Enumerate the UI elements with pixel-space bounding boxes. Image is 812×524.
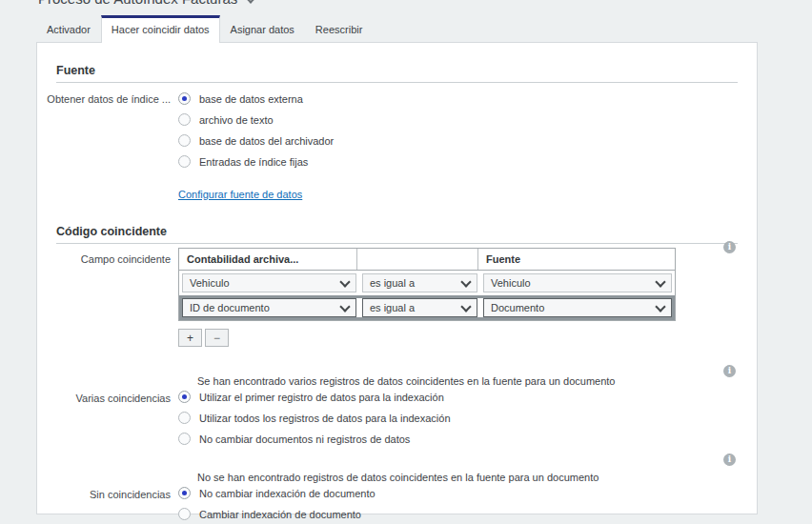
multiple-matches-intro: Se han encontrado varios registros de da… (197, 375, 615, 387)
radio-icon (178, 433, 191, 445)
column-header-archive: Contabilidad archiva... (179, 249, 356, 270)
select-value: es igual a (370, 302, 415, 313)
info-icon[interactable]: i (723, 453, 736, 466)
radio-option-primer-registro[interactable]: Utilizar el primer registro de datos par… (178, 391, 615, 403)
section-heading-fuente: Fuente (56, 64, 738, 83)
chevron-down-icon (655, 276, 665, 287)
radio-option-label: base de datos externa (199, 93, 303, 105)
section-heading-codigo-coincidente: Código coincidente (56, 225, 738, 244)
multiple-matches-radio-group: Utilizar el primer registro de datos par… (178, 391, 615, 445)
multiple-matches-block: Varias coincidencias Se han encontrado v… (47, 375, 757, 445)
radio-option-no-cambiar-documentos[interactable]: No cambiar documentos ni registros de da… (178, 433, 615, 445)
table-row[interactable]: Vehiculo es igual a Vehiculo (179, 271, 675, 295)
select-value: Vehiculo (491, 277, 531, 289)
match-table-wrap: Contabilidad archiva... Fuente Vehiculo … (178, 248, 676, 347)
radio-option-label: archivo de texto (199, 114, 274, 126)
column-header-operator (356, 249, 477, 270)
tab-hacer-coincidir-datos[interactable]: Hacer coincidir datos (101, 15, 220, 43)
remove-row-button[interactable]: − (205, 329, 229, 347)
match-table: Contabilidad archiva... Fuente Vehiculo … (178, 248, 676, 321)
page-title-text: Proceso de AutoIndex Facturas (38, 0, 237, 7)
radio-option-no-cambiar-indexacion[interactable]: No cambiar indexación de documento (178, 487, 599, 499)
column-header-fuente: Fuente (477, 249, 675, 270)
radio-option-base-datos-archivador[interactable]: base de datos del archivador (178, 134, 334, 147)
radio-selected-icon (178, 391, 191, 403)
match-field-row: Campo coincidente Contabilidad archiva..… (47, 248, 757, 347)
radio-icon (178, 113, 191, 126)
source-radio-group: base de datos externa archivo de texto b… (178, 92, 334, 200)
radio-icon (178, 412, 191, 424)
page-title: Proceso de AutoIndex Facturas (38, 0, 254, 7)
source-field-select[interactable]: Vehiculo (483, 273, 672, 292)
source-form-row: Obtener datos de índice ... base de dato… (47, 92, 757, 200)
radio-option-base-datos-externa[interactable]: base de datos externa (178, 92, 334, 105)
no-matches-intro: No se han encontrado registros de datos … (197, 472, 599, 483)
radio-option-label: Cambiar indexación de documento (199, 509, 361, 520)
chevron-down-icon (460, 276, 471, 287)
info-icon[interactable]: i (723, 241, 736, 253)
tab-activador[interactable]: Activador (36, 16, 101, 43)
radio-option-todos-registros[interactable]: Utilizar todos los registros de datos pa… (178, 412, 615, 424)
tab-asignar-datos[interactable]: Asignar datos (220, 16, 305, 43)
no-matches-block: Sin coincidencias No se han encontrado r… (47, 472, 757, 520)
chevron-down-icon (339, 276, 350, 287)
field-label-campo-coincidente: Campo coincidente (47, 248, 178, 347)
match-table-header: Contabilidad archiva... Fuente (179, 249, 675, 271)
field-label-varias-coincidencias: Varias coincidencias (47, 375, 178, 445)
no-matches-radio-group: No cambiar indexación de documento Cambi… (178, 487, 599, 520)
tab-reescribir[interactable]: Reescribir (305, 16, 374, 43)
source-field-select[interactable]: Documento (483, 298, 672, 317)
radio-icon (178, 134, 191, 147)
radio-option-archivo-texto[interactable]: archivo de texto (178, 113, 334, 126)
radio-icon (178, 155, 191, 168)
select-value: ID de documento (190, 302, 270, 313)
select-value: Documento (491, 302, 544, 313)
add-row-button[interactable]: + (178, 329, 202, 347)
operator-select[interactable]: es igual a (362, 273, 477, 292)
field-label-sin-coincidencias: Sin coincidencias (47, 472, 178, 520)
archive-field-select[interactable]: Vehiculo (182, 273, 356, 292)
radio-option-label: Utilizar todos los registros de datos pa… (199, 413, 451, 424)
chevron-down-icon (655, 301, 665, 312)
radio-option-label: Entradas de índice fijas (199, 156, 308, 168)
info-icon[interactable]: i (723, 365, 736, 377)
radio-option-label: base de datos del archivador (199, 135, 334, 147)
radio-selected-icon (178, 92, 191, 105)
select-value: Vehiculo (190, 277, 230, 289)
chevron-down-icon (460, 301, 471, 312)
chevron-down-icon[interactable] (246, 0, 256, 3)
chevron-down-icon (339, 301, 350, 312)
radio-icon (178, 508, 191, 520)
radio-selected-icon (178, 487, 191, 499)
table-row-buttons: + − (178, 329, 676, 347)
radio-option-cambiar-indexacion[interactable]: Cambiar indexación de documento (178, 508, 599, 520)
radio-option-label: No cambiar documentos ni registros de da… (199, 433, 410, 445)
tab-bar: Activador Hacer coincidir datos Asignar … (36, 15, 373, 43)
field-label-obtener-datos: Obtener datos de índice ... (47, 92, 178, 200)
radio-option-entradas-indice-fijas[interactable]: Entradas de índice fijas (178, 155, 334, 168)
archive-field-select[interactable]: ID de documento (182, 298, 356, 317)
operator-select[interactable]: es igual a (362, 298, 477, 317)
tab-content-panel: Fuente Obtener datos de índice ... base … (36, 42, 758, 514)
radio-option-label: No cambiar indexación de documento (199, 488, 376, 499)
configure-data-source-link[interactable]: Configurar fuente de datos (178, 189, 302, 200)
select-value: es igual a (370, 277, 415, 289)
radio-option-label: Utilizar el primer registro de datos par… (199, 392, 444, 403)
table-row-selected[interactable]: ID de documento es igual a Documento (179, 295, 675, 320)
